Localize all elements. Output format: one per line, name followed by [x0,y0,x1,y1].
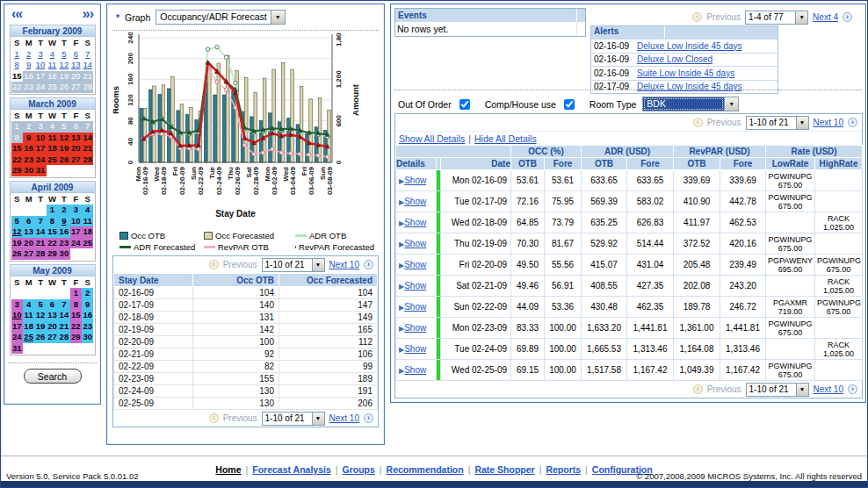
calendar-day[interactable]: 18 [47,143,58,154]
calendar-day[interactable]: 22 [47,238,58,249]
calendar-day[interactable]: 14 [58,310,69,321]
calendar-day[interactable]: 20 [70,143,82,154]
calendar-day[interactable]: 10 [34,60,46,71]
calendar-day[interactable]: 7 [58,299,69,311]
calendar-day[interactable]: 16 [23,143,34,154]
calendar-day[interactable]: 21 [34,238,46,249]
calendar-day[interactable]: 5 [58,49,69,61]
show-details-link[interactable]: Show [404,323,426,333]
next-page-icon[interactable]: › [364,260,373,269]
show-details-link[interactable]: Show [404,260,426,269]
calendar-day[interactable]: 24 [11,332,23,343]
calendar-day[interactable]: 6 [70,49,82,61]
calendar-day[interactable]: 22 [11,154,23,166]
calendar-day[interactable]: 15 [70,310,82,321]
calendar-day[interactable]: 14 [34,226,46,238]
next-page-link[interactable]: Next 10 [329,413,359,423]
calendar-day[interactable]: 9 [58,216,69,227]
calendar-day[interactable]: 27 [23,248,34,260]
alert-link[interactable]: Suite Low Inside 45 days [637,68,778,78]
calendar-day[interactable]: 11 [82,216,93,227]
calendar-day[interactable]: 12 [58,60,69,71]
previous-page-icon[interactable]: ‹ [209,260,219,269]
graph-type-select[interactable]: Occupancy/ADR Forecast ▼ [156,10,285,25]
calendar-day[interactable]: 2 [58,205,69,216]
calendar-day[interactable]: 10 [70,216,82,227]
calendar-day[interactable]: 5 [34,299,46,311]
calendar-day[interactable]: 10 [11,310,23,321]
calendar-day[interactable]: 23 [82,321,93,333]
calendar-day[interactable]: 8 [47,216,58,227]
next-page-link[interactable]: Next 10 [814,118,843,127]
calendar-day[interactable]: 15 [11,71,23,83]
calendar-day[interactable]: 25 [23,332,34,343]
previous-page-icon[interactable]: ‹ [693,384,703,394]
calendar-day[interactable]: 21 [82,143,93,154]
calendar-day[interactable]: 8 [70,299,82,311]
calendar-day[interactable]: 11 [47,60,58,71]
calendar-day[interactable]: 19 [58,143,69,154]
calendar-day[interactable]: 23 [23,154,34,166]
calendar-day[interactable]: 10 [34,133,46,144]
search-button[interactable]: Search [24,369,82,384]
calendar-day[interactable]: 11 [47,133,58,144]
calendar-day[interactable]: 25 [47,154,58,166]
calendar-day[interactable]: 5 [11,216,23,227]
calendar-day[interactable]: 6 [47,299,58,311]
calendar-day[interactable]: 15 [47,226,58,238]
calendar-day[interactable]: 2 [23,49,34,61]
calendar-day[interactable]: 17 [34,143,46,154]
page-range-select[interactable]: 1-4 of 77▼ [745,11,808,25]
footer-nav-reports[interactable]: Reports [546,464,581,475]
room-type-select[interactable]: BDK ▼ [642,97,739,111]
calendar-day[interactable]: 29 [11,165,23,176]
calendar-day[interactable]: 28 [82,154,93,166]
calendar-day[interactable]: 11 [23,310,34,321]
show-details-link[interactable]: Show [404,365,426,375]
calendar-day[interactable]: 9 [23,133,34,144]
page-range-select[interactable]: 1-10 of 21▼ [746,383,809,397]
calendar-day[interactable]: 13 [23,226,34,238]
next-page-icon[interactable]: › [848,384,857,394]
page-range-select[interactable]: 1-10 of 21▼ [262,412,325,426]
calendar-day[interactable]: 16 [58,226,69,238]
show-details-link[interactable]: Show [404,218,426,227]
calendar-day[interactable]: 21 [58,321,69,333]
calendar-day[interactable]: 6 [23,216,34,227]
calendar-day[interactable]: 4 [82,205,93,216]
show-details-link[interactable]: Show [404,281,426,291]
calendar-day[interactable]: 17 [70,226,82,238]
footer-nav-home[interactable]: Home [215,464,241,475]
calendar-day[interactable]: 24 [70,238,82,249]
show-details-link[interactable]: Show [404,176,426,185]
calendar-day[interactable]: 1 [47,205,58,216]
calendar-day[interactable]: 7 [82,49,93,61]
calendar-day[interactable]: 1 [70,288,82,299]
calendar-day[interactable]: 29 [47,248,58,260]
calendar-day[interactable]: 13 [70,133,82,144]
calendar-day[interactable]: 9 [23,60,34,71]
calendar-day[interactable]: 3 [70,205,82,216]
hide-all-details-link[interactable]: Hide All Details [474,133,537,144]
calendar-day[interactable]: 12 [58,133,69,144]
calendar-day[interactable]: 7 [34,216,46,227]
calendar-day[interactable]: 14 [82,133,93,144]
previous-page-icon[interactable]: ‹ [209,413,219,423]
calendar-day[interactable]: 29 [70,332,82,343]
calendar-day[interactable]: 28 [34,248,46,260]
previous-page-icon[interactable]: ‹ [692,12,702,22]
calendar-day[interactable]: 12 [34,310,46,321]
footer-nav-rate-shopper[interactable]: Rate Shopper [474,464,534,475]
comp-house-checkbox[interactable] [564,99,575,110]
calendar-day[interactable]: 26 [34,332,46,343]
show-all-details-link[interactable]: Show All Details [399,133,465,144]
show-details-link[interactable]: Show [404,302,426,312]
calendar-day[interactable]: 22 [70,321,82,333]
calendar-day[interactable]: 20 [23,238,34,249]
alert-link[interactable]: Deluxe Low Inside 45 days [637,41,778,51]
calendar-day[interactable]: 30 [23,165,34,176]
calendar-day[interactable]: 13 [70,60,82,71]
show-details-link[interactable]: Show [404,239,426,248]
page-range-select[interactable]: 1-10 of 21▼ [746,116,809,130]
out-of-order-checkbox[interactable] [459,99,470,110]
